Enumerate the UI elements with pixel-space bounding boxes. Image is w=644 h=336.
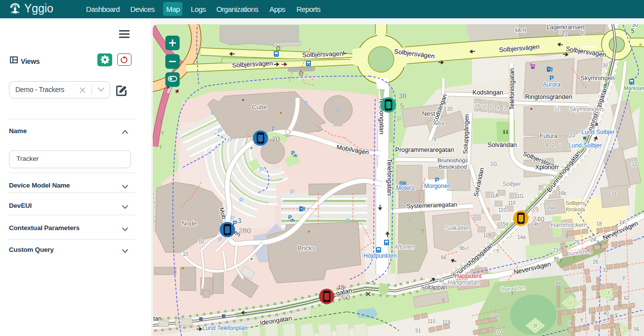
svg-text:5: 5 bbox=[631, 28, 635, 35]
svg-text:Morgonen: Morgonen bbox=[424, 183, 451, 190]
svg-text:Besöksbod: Besöksbod bbox=[439, 164, 467, 170]
svg-text:4A-H: 4A-H bbox=[515, 28, 526, 33]
svg-text:9: 9 bbox=[433, 137, 436, 142]
svg-text:Xplorion: Xplorion bbox=[535, 164, 558, 171]
svg-text:Skymningen: Skymningen bbox=[569, 106, 603, 113]
svg-text:16: 16 bbox=[475, 102, 480, 108]
svg-text:Solvändan: Solvändan bbox=[487, 142, 516, 148]
svg-text:J: J bbox=[606, 290, 609, 296]
svg-text:26: 26 bbox=[593, 259, 599, 265]
svg-text:Lund Solbjer: Lund Solbjer bbox=[581, 129, 614, 136]
svg-text:12: 12 bbox=[554, 106, 560, 111]
svg-text:Lagerkransen: Lagerkransen bbox=[547, 24, 584, 31]
svg-text:14: 14 bbox=[619, 220, 625, 225]
svg-text:24: 24 bbox=[590, 237, 596, 242]
svg-text:115: 115 bbox=[428, 319, 435, 324]
svg-text:Höjdpunkten: Höjdpunkten bbox=[363, 252, 396, 259]
svg-text:Solbjer: Solbjer bbox=[502, 181, 521, 188]
svg-text:86: 86 bbox=[554, 256, 559, 262]
svg-text:≠: ≠ bbox=[250, 145, 253, 151]
svg-text:51: 51 bbox=[415, 328, 421, 334]
svg-text:88: 88 bbox=[556, 281, 561, 287]
svg-text:P: P bbox=[228, 136, 232, 144]
svg-text:·: · bbox=[559, 140, 561, 147]
svg-text:9b-c: 9b-c bbox=[459, 245, 469, 251]
svg-text:P: P bbox=[239, 196, 244, 204]
svg-text:2: 2 bbox=[552, 143, 555, 148]
svg-text:Nest: Nest bbox=[422, 110, 435, 117]
svg-text:Skymningen: Skymningen bbox=[581, 75, 615, 82]
svg-text:förskola: förskola bbox=[566, 206, 585, 212]
svg-text:4: 4 bbox=[545, 143, 548, 148]
svg-text:10: 10 bbox=[198, 239, 204, 244]
svg-text:48: 48 bbox=[337, 284, 345, 291]
svg-text:56: 56 bbox=[634, 327, 640, 332]
svg-text:Soluppgången: Soluppgången bbox=[462, 114, 471, 154]
svg-text:240: 240 bbox=[532, 215, 544, 223]
svg-text:tan: tan bbox=[153, 315, 162, 322]
svg-text:P: P bbox=[336, 107, 341, 114]
svg-text:7: 7 bbox=[271, 125, 275, 133]
svg-text:Happident: Happident bbox=[455, 273, 482, 280]
svg-text:Aurora: Aurora bbox=[543, 81, 560, 88]
svg-text:Alba: Alba bbox=[433, 120, 444, 126]
svg-text:P: P bbox=[218, 236, 222, 243]
svg-text:Soltäppan: Soltäppan bbox=[421, 284, 447, 291]
svg-text:Ringtonsgränden: Ringtonsgränden bbox=[525, 94, 572, 100]
svg-text:35: 35 bbox=[531, 205, 539, 213]
svg-text:280: 280 bbox=[239, 227, 251, 235]
svg-text:6: 6 bbox=[490, 104, 492, 109]
svg-text:33: 33 bbox=[631, 162, 637, 167]
svg-text:10: 10 bbox=[182, 251, 188, 257]
svg-text:31: 31 bbox=[611, 191, 617, 196]
svg-text:·: · bbox=[513, 169, 515, 177]
svg-text:18: 18 bbox=[596, 221, 602, 227]
svg-text:3: 3 bbox=[564, 32, 567, 38]
svg-text:76: 76 bbox=[574, 240, 580, 245]
svg-text:14a: 14a bbox=[517, 235, 526, 240]
svg-text:3: 3 bbox=[238, 217, 242, 225]
svg-text:11B: 11B bbox=[483, 233, 491, 238]
svg-text:Telefongatan: Telefongatan bbox=[386, 159, 393, 195]
svg-text:9a: 9a bbox=[440, 255, 446, 260]
svg-text:Programmeraregatan: Programmeraregatan bbox=[395, 146, 454, 153]
svg-text:Motel L: Motel L bbox=[396, 185, 416, 192]
svg-text:23: 23 bbox=[569, 133, 575, 138]
svg-text:Lund Telefonplan: Lund Telefonplan bbox=[202, 325, 247, 332]
svg-text:P: P bbox=[407, 217, 411, 224]
svg-text:P: P bbox=[550, 74, 554, 82]
svg-text:Lund Solbjer: Lund Solbjer bbox=[568, 142, 601, 149]
svg-text:P: P bbox=[346, 217, 350, 225]
svg-text:1G: 1G bbox=[490, 161, 497, 167]
svg-text:Futura: Futura bbox=[540, 133, 558, 140]
svg-text:11A: 11A bbox=[490, 193, 498, 198]
svg-text:P: P bbox=[259, 166, 264, 173]
svg-text:Solkatten: Solkatten bbox=[445, 225, 470, 232]
svg-text:15a: 15a bbox=[500, 221, 509, 227]
svg-text:≠: ≠ bbox=[250, 256, 253, 262]
svg-text:P: P bbox=[290, 188, 295, 195]
svg-text:4e: 4e bbox=[438, 278, 444, 284]
svg-text:Hängmattan: Hängmattan bbox=[447, 279, 480, 286]
svg-text:P: P bbox=[303, 99, 308, 107]
svg-text:Bricks: Bricks bbox=[298, 244, 315, 252]
svg-text:11F: 11F bbox=[508, 200, 516, 206]
svg-text:5: 5 bbox=[400, 102, 404, 110]
svg-text:40: 40 bbox=[580, 30, 586, 36]
svg-text:Markisen: Markisen bbox=[624, 85, 644, 91]
svg-text:I: I bbox=[570, 300, 571, 306]
svg-text:Aftonen: Aftonen bbox=[393, 243, 415, 250]
svg-text:P: P bbox=[397, 115, 401, 123]
svg-text:10: 10 bbox=[472, 216, 478, 222]
svg-text:10: 10 bbox=[482, 103, 487, 109]
svg-text:30: 30 bbox=[399, 92, 407, 100]
svg-text:Brunnshögs: Brunnshögs bbox=[437, 157, 468, 163]
svg-text:Solbjersvägen: Solbjersvägen bbox=[302, 50, 343, 59]
svg-text:Hammocken: Hammocken bbox=[551, 222, 585, 229]
svg-text:260: 260 bbox=[338, 293, 350, 301]
svg-text:20: 20 bbox=[447, 106, 453, 112]
svg-text:39: 39 bbox=[602, 63, 608, 68]
svg-text:11G: 11G bbox=[515, 193, 523, 199]
svg-text:B: B bbox=[533, 323, 537, 329]
svg-text:Node: Node bbox=[181, 220, 197, 227]
